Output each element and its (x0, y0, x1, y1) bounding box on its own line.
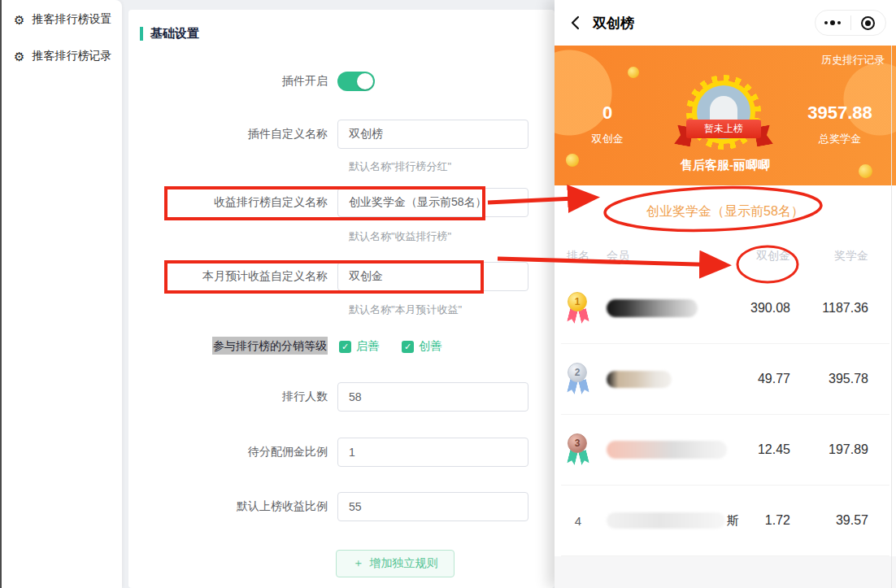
form-row-commission-ratio: 待分配佣金比例 (128, 438, 528, 467)
back-icon[interactable] (568, 15, 584, 31)
sidebar-item-label: 推客排行榜记录 (32, 49, 111, 63)
form-row-income-rank-name: 收益排行榜自定义名称 (128, 188, 528, 217)
censored-name-blur (607, 512, 725, 529)
member-name-censored (595, 441, 717, 459)
leaderboard-list-title: 创业奖学金（显示前58名） (555, 203, 896, 220)
commission-ratio-input[interactable] (337, 438, 528, 467)
dc-value: 12.45 (717, 442, 790, 457)
checkbox-check-icon: ✓ (339, 341, 351, 353)
censored-name-blur (607, 441, 727, 459)
more-icon[interactable] (816, 20, 850, 25)
rank-cell: 4 (561, 514, 595, 528)
rank-count-input[interactable] (337, 382, 528, 412)
censored-name-blur (607, 371, 672, 388)
dc-value: 390.08 (717, 301, 790, 316)
rank-cell: 1 (561, 292, 595, 325)
my-dc-value: 0 (555, 102, 660, 124)
income-rank-name-label: 收益排行榜自定义名称 (128, 195, 328, 210)
level-option-label: 创善 (419, 339, 441, 354)
rank-number: 2 (568, 363, 587, 382)
form-row-levels: 参与排行榜的分销等级 ✓ 启善 ✓ 创善 (128, 332, 441, 361)
list-item: 4 斯 1.72 39.57 (561, 486, 889, 556)
form-row-rank-count: 排行人数 (128, 382, 528, 412)
censored-name-blur (607, 299, 698, 317)
member-name-censored (595, 299, 717, 317)
header-dc: 双创金 (717, 249, 790, 264)
wechat-capsule (815, 10, 886, 36)
month-income-name-input[interactable] (337, 262, 528, 291)
gold-medal-icon: 1 (566, 292, 590, 325)
capsule-close-target-icon[interactable] (851, 16, 886, 30)
default-income-ratio-label: 默认上榜收益比例 (128, 499, 328, 514)
month-income-name-hint: 默认名称"本月预计收益" (349, 303, 462, 317)
level-checkbox-qishan[interactable]: ✓ 启善 (339, 339, 379, 354)
sidebar: ⚙ 推客排行榜设置 ⚙ 推客排行榜记录 (0, 0, 122, 588)
user-nickname: 售后客服-丽唧唧 (555, 158, 896, 173)
header-rank: 排名 (561, 249, 595, 264)
income-rank-name-hint: 默认名称"收益排行榜" (349, 229, 451, 244)
rank-number: 3 (568, 433, 587, 453)
leaderboard-banner: 历史排行记录 0 双创金 3957.88 总奖学金 暂未上榜 售后客服-丽唧唧 (555, 46, 896, 185)
plugin-name-label: 插件自定义名称 (128, 127, 328, 142)
list-footer-area (555, 556, 896, 588)
levels-label: 参与排行榜的分销等级 (128, 339, 328, 354)
level-option-label: 启善 (356, 339, 379, 354)
checkbox-check-icon: ✓ (402, 341, 414, 353)
levels-label-highlight: 参与排行榜的分销等级 (212, 337, 328, 355)
total-prize-value: 3957.88 (787, 102, 893, 124)
form-row-default-income-ratio: 默认上榜收益比例 (128, 492, 528, 521)
add-rule-button[interactable]: ＋ 增加独立规则 (336, 550, 455, 577)
gear-icon: ⚙ (14, 14, 24, 26)
dc-value: 1.72 (717, 513, 790, 528)
leaderboard-header-row: 排名 会员 双创金 奖学金 (561, 249, 889, 264)
bronze-medal-icon: 3 (566, 433, 590, 467)
my-dc-stat: 0 双创金 (555, 102, 660, 146)
history-rank-link[interactable]: 历史排行记录 (821, 53, 885, 68)
plus-icon: ＋ (353, 556, 364, 571)
rank-count-label: 排行人数 (128, 390, 328, 404)
coin-icon (628, 67, 639, 78)
form-row-month-income-name: 本月预计收益自定义名称 (128, 262, 528, 291)
section-title: 基础设置 (140, 26, 199, 41)
section-title-text: 基础设置 (150, 26, 199, 41)
not-ranked-text: 暂未上榜 (686, 120, 761, 138)
list-item: 2 49.77 395.78 (561, 344, 889, 415)
commission-ratio-label: 待分配佣金比例 (128, 445, 328, 460)
scrollbar-track[interactable] (891, 46, 892, 588)
plugin-name-input[interactable] (337, 120, 528, 149)
prize-value: 197.89 (790, 442, 868, 457)
member-name-censored: 斯 (595, 512, 717, 529)
header-prize: 奖学金 (790, 249, 868, 264)
sidebar-item-ranking-records[interactable]: ⚙ 推客排行榜记录 (14, 46, 111, 66)
sidebar-item-ranking-settings[interactable]: ⚙ 推客排行榜设置 (14, 10, 111, 29)
default-income-ratio-input[interactable] (337, 492, 528, 521)
window-edge (0, 0, 2, 588)
toggle-knob (357, 73, 373, 89)
dc-value: 49.77 (717, 372, 790, 386)
mini-program-preview: 双创榜 历史排行记录 0 双创金 3957.88 总奖学金 (555, 0, 896, 588)
month-income-name-label: 本月预计收益自定义名称 (128, 269, 328, 284)
gear-icon: ⚙ (14, 50, 24, 63)
prize-value: 39.57 (790, 513, 868, 528)
section-title-bar (140, 27, 143, 41)
plugin-name-hint: 默认名称"排行榜分红" (349, 159, 451, 174)
sidebar-item-label: 推客排行榜设置 (32, 12, 111, 27)
prize-value: 1187.36 (790, 301, 868, 316)
settings-card: 基础设置 插件开启 插件自定义名称 默认名称"排行榜分红" 收益排行榜自定义名称… (128, 10, 555, 588)
income-rank-name-input[interactable] (337, 188, 528, 217)
rank-number: 4 (575, 514, 581, 528)
plugin-enable-label: 插件开启 (128, 74, 328, 89)
preview-title: 双创榜 (593, 14, 634, 33)
not-ranked-ribbon: 暂未上榜 (676, 120, 772, 146)
rank-number: 1 (568, 292, 587, 311)
silver-medal-icon: 2 (566, 363, 590, 396)
prize-value: 395.78 (790, 372, 868, 386)
total-prize-label: 总奖学金 (787, 132, 893, 146)
leaderboard-list: 1 390.08 1187.36 2 49.77 395.78 (561, 273, 889, 556)
rank-cell: 3 (561, 433, 595, 467)
level-checkbox-chuangshan[interactable]: ✓ 创善 (402, 339, 441, 354)
plugin-enable-toggle[interactable] (337, 72, 375, 91)
form-row-plugin-name: 插件自定义名称 (128, 120, 528, 149)
list-item: 1 390.08 1187.36 (561, 273, 889, 344)
add-rule-label: 增加独立规则 (370, 556, 438, 571)
